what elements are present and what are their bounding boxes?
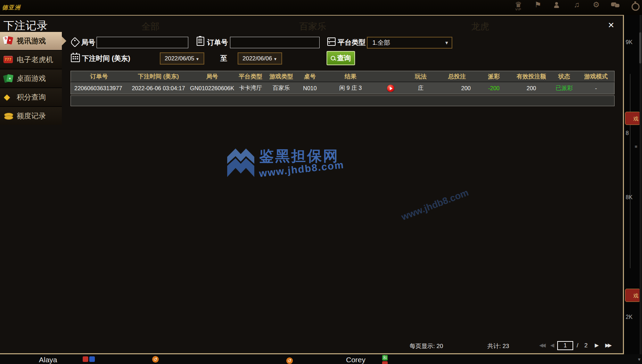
close-icon[interactable]: × [605, 19, 617, 31]
page-separator: / [577, 342, 578, 349]
order-number-label: 订单号 [207, 38, 228, 47]
diamond-icon: ◆ [3, 92, 14, 102]
player-name: Corey [346, 356, 365, 364]
total-pages-label: 2 [584, 342, 587, 349]
chevron-down-icon: ▼ [196, 57, 199, 61]
brand-logo: 德亚洲 [2, 4, 21, 11]
table-header-row: 订单号下注时间 (美东)局号平台类型游戏类型桌号结果玩法总投注派彩有效投注额状态… [71, 71, 615, 82]
column-header: 平台类型 [234, 73, 266, 81]
cell-order-id: 220606036313977 [71, 85, 127, 92]
last-page-button[interactable]: ▶▶ [605, 342, 610, 348]
playing-cards-icon: 9♥ [3, 36, 14, 46]
search-button[interactable]: 查询 [327, 51, 355, 65]
chip-fragment: 2K [626, 314, 633, 320]
column-header: 游戏类型 [266, 73, 296, 81]
column-header: 派彩 [476, 73, 511, 81]
cell-valid-bet: 200 [511, 85, 551, 92]
gear-icon[interactable]: ⚙ [591, 1, 602, 12]
chip-fragment: 8 [626, 130, 629, 136]
topbar-icon-strip: ♛VIP ⚑ ♫ ⚙ [513, 1, 641, 12]
column-header: 下注时间 (美东) [127, 73, 190, 81]
total-count-label: 共计: 23 [487, 342, 509, 350]
column-header: 局号 [190, 73, 234, 81]
chip-fragment: 9K [626, 39, 633, 45]
column-header: 游戏模式 [577, 73, 615, 81]
per-page-label: 每页显示: 20 [410, 342, 443, 350]
cell-game-mode: - [577, 85, 615, 92]
table-row: 2206060363139772022-06-06 03:04:17GN0102… [71, 82, 614, 94]
refresh-icon[interactable]: ↺ [152, 356, 159, 363]
user-icon[interactable] [552, 1, 563, 12]
column-header: 桌号 [296, 73, 324, 81]
tie-count-badge: 和 [382, 355, 388, 361]
page-number-input[interactable]: 1 [557, 341, 573, 350]
player-count-badge [89, 356, 95, 362]
background-divider [630, 74, 631, 268]
cell-replay [377, 85, 404, 92]
column-header: 总投注 [438, 73, 476, 81]
slot-machine-icon: 777 [3, 54, 14, 65]
grip-icon: ≡ [635, 144, 637, 149]
chevron-down-icon: ▼ [273, 57, 277, 61]
coins-icon [3, 111, 14, 121]
next-page-button[interactable]: ▶ [595, 342, 598, 348]
sidebar-item-slots[interactable]: 777 电子老虎机 [0, 50, 62, 69]
vip-icon[interactable]: ♛VIP [513, 1, 524, 12]
enter-game-button-fragment[interactable]: 戏 [625, 289, 640, 302]
round-number-label: 局号 [81, 38, 95, 47]
chevron-down-icon[interactable]: ▼ [637, 357, 641, 362]
platform-icon [327, 37, 336, 42]
sidebar-item-points-query[interactable]: ◆ 积分查询 [0, 87, 62, 106]
column-header: 有效投注额 [511, 73, 551, 81]
background-tab-baccarat: 百家乐 [299, 20, 326, 33]
platform-type-select[interactable]: 1.全部 ▼ [367, 37, 452, 49]
cell-platform: 卡卡湾厅 [234, 84, 266, 92]
table-body: 2206060363139772022-06-06 03:04:17GN0102… [71, 82, 615, 94]
pagination-bar: 每页显示: 20 共计: 23 ◀◀ ◀ 1 / 2 ▶ ▶▶ [0, 341, 624, 352]
round-number-input[interactable] [97, 37, 188, 48]
column-header: 订单号 [71, 73, 127, 81]
clipboard-icon [197, 37, 204, 46]
sidebar-item-live-games[interactable]: 9♥ 视讯游戏 [0, 32, 62, 50]
flag-icon[interactable]: ⚑ [532, 1, 543, 12]
banker-count-badge [382, 361, 388, 364]
table-total-row [71, 95, 615, 106]
calendar-icon [71, 54, 80, 62]
scrollbar-handle[interactable] [639, 32, 641, 64]
order-number-input[interactable] [230, 37, 320, 48]
cell-status: 已派彩 [551, 84, 577, 92]
background-right-strip: 9K 8 戏 8K 戏 2K ≡ [625, 15, 642, 354]
column-header: 玩法 [404, 73, 438, 81]
clock-icon[interactable] [629, 1, 641, 12]
refresh-icon[interactable]: ↺ [286, 357, 293, 364]
date-to-picker[interactable]: 2022/06/06▼ [238, 52, 282, 65]
scrollbar-track[interactable] [640, 15, 642, 354]
prev-page-button[interactable]: ◀ [550, 342, 553, 348]
tag-icon [70, 37, 80, 48]
column-header: 结果 [324, 73, 377, 81]
cell-game-type: 百家乐 [266, 84, 296, 92]
cell-table-id: N010 [296, 85, 324, 92]
sidebar: 9♥ 视讯游戏 777 电子老虎机 ♠ 桌面游戏 ◆ 积分查询 额度记录 [0, 32, 62, 125]
chat-icon[interactable] [610, 1, 621, 12]
enter-game-button-fragment[interactable]: 戏 [625, 112, 640, 125]
betting-records-modal: 下注记录 全部 百家乐 龙虎 × 9♥ 视讯游戏 777 电子老虎机 ♠ 桌面游… [0, 15, 624, 354]
chevron-down-icon: ▼ [444, 38, 449, 48]
banker-count-badge [83, 356, 88, 362]
column-header: 状态 [551, 73, 577, 81]
table-games-icon: ♠ [3, 73, 14, 84]
sidebar-item-table-games[interactable]: ♠ 桌面游戏 [0, 69, 62, 87]
cell-total-bet: 200 [438, 85, 476, 92]
cell-payout: -200 [476, 85, 511, 92]
sidebar-item-credit-records[interactable]: 额度记录 [0, 106, 62, 125]
cell-bet-side: 庄 [404, 84, 438, 92]
platform-type-label: 平台类型 [338, 38, 365, 47]
cell-round-id: GN0102260606K [190, 85, 234, 92]
background-bottom-strip: Alaya ↺ ↺ Corey 和 ▼ [0, 354, 642, 364]
bet-time-label: 下注时间 (美东) [82, 54, 130, 63]
first-page-button[interactable]: ◀◀ [539, 342, 544, 348]
play-video-icon[interactable] [387, 85, 394, 92]
date-from-picker[interactable]: 2022/06/05▼ [160, 52, 204, 65]
cell-result: 闲 9 庄 3 [324, 84, 377, 92]
music-icon[interactable]: ♫ [571, 1, 582, 12]
